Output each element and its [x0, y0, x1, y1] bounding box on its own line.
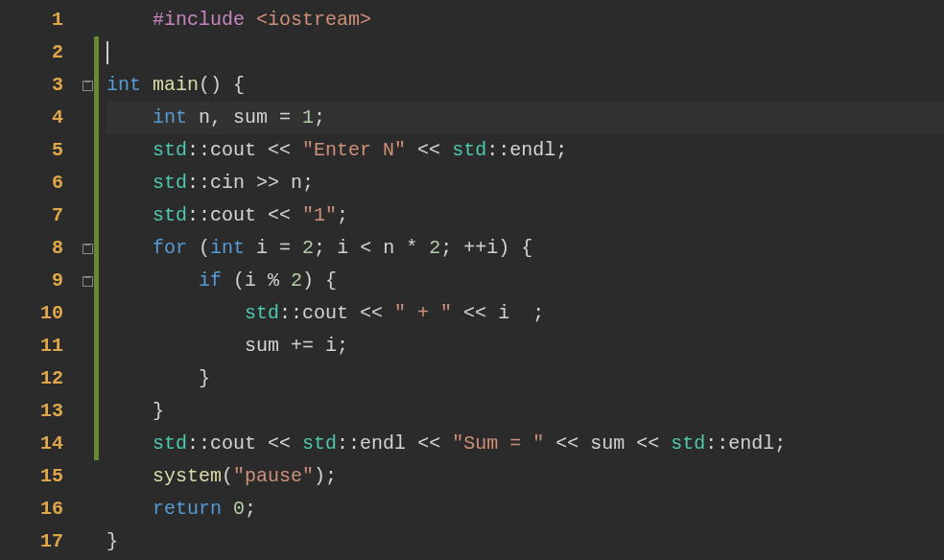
code-line: std::cout << "1"; — [106, 199, 944, 232]
line-number: 8 — [0, 232, 81, 265]
line-number: 3 — [0, 69, 81, 102]
line-number: 10 — [0, 297, 81, 330]
fold-toggle-icon[interactable] — [83, 81, 93, 91]
line-number: 13 — [0, 395, 81, 428]
line-number: 6 — [0, 167, 81, 199]
code-line: std::cout << "Enter N" << std::endl; — [106, 134, 944, 167]
code-line: int n, sum = 1; — [106, 102, 944, 134]
code-line: } — [106, 395, 944, 428]
line-number: 11 — [0, 330, 81, 362]
text-cursor — [106, 41, 108, 64]
line-number: 9 — [0, 265, 81, 297]
code-line — [106, 36, 944, 69]
fold-toggle-icon[interactable] — [83, 244, 93, 254]
code-line: #include <iostream> — [106, 4, 944, 36]
line-number: 12 — [0, 362, 81, 395]
line-number: 7 — [0, 199, 81, 232]
code-line: system("pause"); — [106, 460, 944, 493]
line-number: 4 — [0, 102, 81, 134]
code-line: std::cin >> n; — [106, 167, 944, 199]
line-number: 16 — [0, 493, 81, 525]
fold-column — [81, 0, 94, 560]
code-line: } — [106, 525, 944, 558]
code-editor[interactable]: #include <iostream> int main() { int n, … — [99, 0, 944, 560]
line-number-gutter: 1 2 3 4 5 6 7 8 9 10 11 12 13 14 15 16 1… — [0, 0, 81, 560]
line-number: 14 — [0, 428, 81, 460]
code-line: } — [106, 362, 944, 395]
code-line: int main() { — [106, 69, 944, 102]
line-number: 5 — [0, 134, 81, 167]
code-line: for (int i = 2; i < n * 2; ++i) { — [106, 232, 944, 265]
code-line: sum += i; — [106, 330, 944, 362]
line-number: 1 — [0, 4, 81, 36]
fold-toggle-icon[interactable] — [83, 276, 93, 287]
line-number: 2 — [0, 36, 81, 69]
code-line: return 0; — [106, 493, 944, 525]
line-number: 15 — [0, 460, 81, 493]
code-line: if (i % 2) { — [106, 265, 944, 297]
code-line: std::cout << " + " << i ; — [106, 297, 944, 330]
code-line: std::cout << std::endl << "Sum = " << su… — [106, 428, 944, 460]
line-number: 17 — [0, 525, 81, 558]
